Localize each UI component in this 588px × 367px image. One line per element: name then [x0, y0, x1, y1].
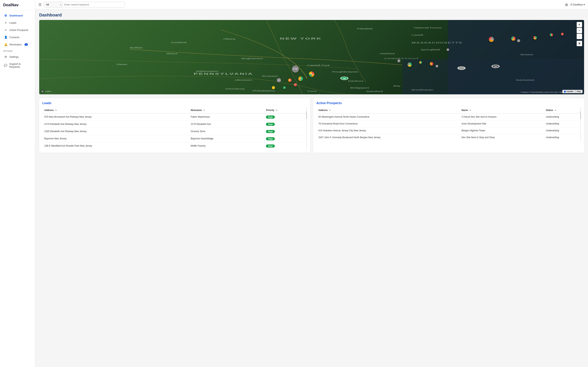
- lead-address: 2175 Elizabeth Ave Rahway New Jersey: [42, 121, 189, 128]
- add-button[interactable]: ⊕: [565, 2, 568, 7]
- sort-p-address-icon[interactable]: ⇅: [329, 109, 331, 111]
- contacts-icon: 👤: [4, 36, 8, 39]
- layers-button[interactable]: ⊞: [577, 41, 582, 46]
- table-row[interactable]: 75 Avonwood Road Avon Connecticut Anon D…: [316, 120, 581, 127]
- map-cluster[interactable]: 6: [550, 33, 553, 36]
- leads-col-priority[interactable]: Priority ⇅: [264, 107, 307, 113]
- mapbox-logo: mapbox: [41, 90, 51, 93]
- svg-text:Poughkeepsie: Poughkeepsie: [332, 71, 358, 73]
- map-cluster[interactable]: 2: [283, 86, 286, 89]
- map-cluster[interactable]: 9: [397, 59, 400, 62]
- prospect-status: Underwriting: [544, 127, 581, 134]
- prospects-scrollbar-thumb[interactable]: [580, 111, 581, 119]
- cluster-label: 1: [273, 87, 274, 88]
- lead-address: Bayonne New Jersey: [42, 135, 189, 142]
- lead-address: 970 New Brunswick Ave Rahway New Jersey: [42, 113, 189, 121]
- table-row[interactable]: Bayonne New Jersey Bayonne Assemblage Hi…: [42, 135, 307, 142]
- cluster-label: 12: [409, 64, 411, 66]
- leads-col-address[interactable]: Address ⇅: [42, 107, 189, 113]
- satellite-view-option[interactable]: Satellite: [564, 91, 573, 92]
- table-row[interactable]: 158 E Westfield Ave Roselle Park New Jer…: [42, 142, 307, 150]
- svg-text:PENNSYLVANIA: PENNSYLVANIA: [194, 72, 253, 75]
- sidebar-item-label: Active Prospects: [9, 29, 28, 32]
- options-section-label: OPTIONS: [0, 48, 35, 53]
- cluster-label: 170: [293, 67, 298, 70]
- svg-text:Danbury: Danbury: [348, 80, 363, 82]
- cluster-label: 13: [436, 65, 438, 67]
- sidebar-item-dashboard[interactable]: ⊞ Dashboard: [1, 12, 34, 19]
- sidebar-item-label: Contacts: [9, 36, 19, 39]
- prospects-table-area: Address ⇅ Name ⇅ Status ⇅: [316, 107, 581, 141]
- search-input[interactable]: [62, 2, 125, 7]
- sidebar-item-reminders[interactable]: 🔔 Reminders 1: [1, 41, 34, 48]
- map-view-option[interactable]: Map: [575, 91, 581, 92]
- user-menu[interactable]: D DealNav ▾: [571, 3, 585, 6]
- table-row[interactable]: 2325 Elizabeth Ave Rahway New Jersey Gro…: [42, 128, 307, 135]
- table-row[interactable]: 3167 John F. Kennedy Boulevard North Ber…: [316, 134, 581, 141]
- lead-nickname: Bayonne Assemblage: [189, 135, 264, 142]
- sidebar-item-leads[interactable]: ≡ Leads: [1, 19, 34, 26]
- prospects-scrollbar[interactable]: [580, 107, 581, 141]
- map-inner[interactable]: PENNSYLVANIA NEW YORK MASSACHUSETTS CONN…: [39, 20, 584, 94]
- sidebar-item-active-prospects[interactable]: ≡ Active Prospects: [1, 26, 34, 33]
- table-row[interactable]: 414 Hoboken Avenue Jersey City New Jerse…: [316, 127, 581, 134]
- zoom-out-button[interactable]: −: [577, 28, 582, 33]
- prospects-table: Address ⇅ Name ⇅ Status ⇅: [316, 107, 581, 141]
- leads-scrollbar[interactable]: [306, 107, 307, 150]
- map-cluster[interactable]: 5: [447, 48, 449, 51]
- cluster-label: 177: [294, 84, 296, 85]
- topbar: ☰ All Leads Prospects Contacts ⊕ D DealN…: [35, 0, 588, 9]
- map-cluster[interactable]: 3: [561, 33, 564, 35]
- sidebar-item-support[interactable]: 💬 Support & Requests: [1, 60, 34, 70]
- map-cluster[interactable]: 59: [309, 71, 314, 77]
- dashboard-icon: ⊞: [4, 14, 8, 17]
- map-cluster[interactable]: 23: [489, 37, 494, 42]
- svg-text:Stamford: Stamford: [366, 91, 383, 92]
- table-row[interactable]: 2175 Elizabeth Ave Rahway New Jersey 217…: [42, 121, 307, 128]
- sidebar-item-contacts[interactable]: 👤 Contacts: [1, 34, 34, 41]
- cluster-label: 3: [420, 61, 421, 63]
- satellite-radio[interactable]: [564, 91, 566, 92]
- map-cluster[interactable]: 4: [430, 62, 433, 66]
- sort-nickname-icon[interactable]: ⇅: [203, 109, 205, 111]
- svg-point-45: [42, 91, 43, 92]
- map-cluster[interactable]: 170: [292, 66, 299, 73]
- prospects-col-status[interactable]: Status ⇅: [544, 107, 581, 113]
- prospect-address: 414 Hoboken Avenue Jersey City New Jerse…: [316, 127, 460, 134]
- map-attribution: © Mapbox © OpenStreetMap Improve this ma…: [521, 91, 564, 93]
- leads-col-nickname[interactable]: Nickname ⇅: [189, 107, 264, 113]
- map-cluster[interactable]: 11: [533, 36, 537, 40]
- map-cluster[interactable]: 10: [511, 36, 516, 41]
- priority-badge: High: [266, 116, 275, 119]
- zoom-in-button[interactable]: +: [577, 22, 582, 27]
- sidebar-item-settings[interactable]: ⚙ Settings: [1, 53, 34, 60]
- svg-text:National Forest: National Forest: [414, 27, 441, 29]
- search-filter-select[interactable]: All Leads Prospects Contacts: [44, 2, 62, 7]
- map-cluster[interactable]: 88: [288, 78, 292, 82]
- map-cluster[interactable]: 151: [277, 78, 281, 82]
- map-controls: + − ↑ ⊞: [577, 22, 582, 46]
- menu-icon[interactable]: ☰: [38, 2, 42, 7]
- sort-priority-icon[interactable]: ⇅: [276, 109, 277, 111]
- settings-icon: ⚙: [4, 55, 8, 58]
- north-button[interactable]: ↑: [577, 34, 582, 39]
- map-cluster[interactable]: 13: [435, 65, 438, 67]
- svg-text:Hartford: Hartford: [380, 53, 395, 55]
- map-cluster[interactable]: 3: [419, 61, 422, 64]
- table-row[interactable]: 50 Washington Avenue North Haven Connect…: [316, 113, 581, 120]
- map-cluster[interactable]: 177: [294, 83, 297, 86]
- svg-text:Buffalo: Buffalo: [130, 47, 143, 49]
- table-row[interactable]: 970 New Brunswick Ave Rahway New Jersey …: [42, 113, 307, 121]
- sort-p-name-icon[interactable]: ⇅: [469, 109, 471, 111]
- search-container: All Leads Prospects Contacts: [44, 2, 125, 8]
- map-cluster[interactable]: 137: [298, 76, 303, 81]
- svg-text:Harrisburg: Harrisburg: [225, 88, 244, 90]
- sort-address-icon[interactable]: ⇅: [55, 109, 57, 111]
- prospects-col-address[interactable]: Address ⇅: [316, 107, 460, 113]
- prospects-col-name[interactable]: Name ⇅: [460, 107, 544, 113]
- topbar-right: ⊕ D DealNav ▾: [565, 2, 585, 7]
- leads-scrollbar-thumb[interactable]: [306, 111, 307, 119]
- map-radio[interactable]: [575, 91, 577, 92]
- sort-p-status-icon[interactable]: ⇅: [554, 109, 556, 111]
- map-cluster[interactable]: 12: [407, 62, 412, 67]
